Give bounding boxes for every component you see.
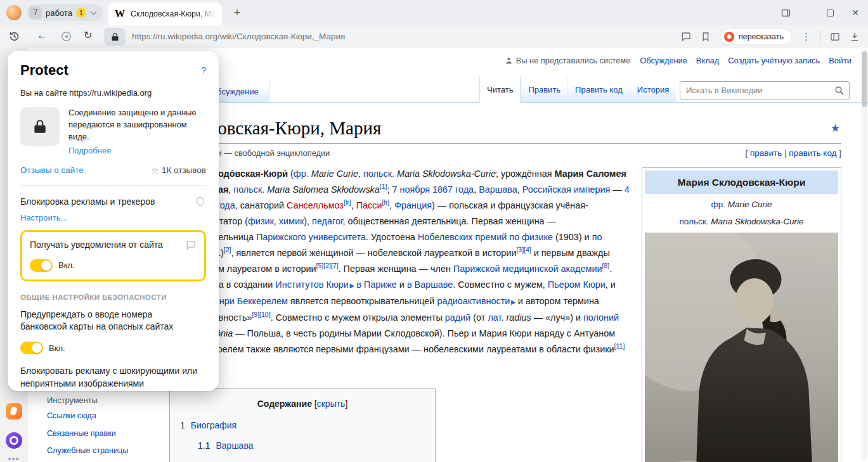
wiki-link[interactable]: Пьером Кюри <box>548 279 606 290</box>
protect-help-link[interactable]: ? <box>201 65 206 75</box>
personal-link[interactable]: Обсуждение <box>640 56 687 65</box>
citation-ref[interactable]: [9][10] <box>252 311 270 318</box>
wiki-link[interactable]: Российская империя <box>522 184 611 195</box>
forward-button[interactable] <box>60 30 72 42</box>
wiki-redlink[interactable]: Пасси <box>356 200 382 210</box>
wiki-link[interactable]: польск. <box>233 184 264 195</box>
wiki-link[interactable]: фр. <box>294 169 309 179</box>
wiki-view-tab[interactable]: Править код <box>567 77 630 102</box>
history-icon[interactable] <box>8 30 20 42</box>
wiki-link[interactable]: в Париже <box>356 279 397 290</box>
toolbar-right-cluster: пересказать ⋮ <box>680 25 860 48</box>
wiki-link[interactable]: физик <box>248 216 274 226</box>
tab-bar: 7 работа 1 W Склодовская-Кюри, Ма + ✕ <box>0 0 868 25</box>
summarize-button[interactable]: пересказать <box>720 29 792 45</box>
wiki-link[interactable]: радиоактивности <box>437 296 510 306</box>
wiki-view-tab[interactable]: История <box>630 77 676 102</box>
security-settings-header: ОБЩИЕ НАСТРОЙКИ БЕЗОПАСНОСТИ <box>20 293 206 301</box>
search-input[interactable] <box>686 86 830 95</box>
personal-link[interactable]: Создать учётную запись <box>728 56 820 65</box>
citation-ref[interactable]: [5][2][7] <box>316 262 339 269</box>
protect-title: Protect <box>20 62 68 79</box>
wiki-view-tab[interactable]: Читать <box>479 77 521 103</box>
sidebar-service-icon[interactable] <box>6 403 22 420</box>
card-warning-toggle[interactable] <box>20 342 43 354</box>
page-scrollbar[interactable] <box>862 49 867 461</box>
personal-link[interactable]: Вклад <box>696 56 719 65</box>
toc-item[interactable]: 1Биография <box>180 418 425 433</box>
text-run: — <box>610 184 624 195</box>
wiki-link[interactable]: Варшава <box>479 184 517 195</box>
all-services-icon[interactable]: ••• <box>0 455 28 462</box>
wiki-link[interactable]: Парижской медицинской академии <box>453 264 602 274</box>
back-button[interactable]: ← <box>37 29 48 42</box>
site-security-lock-button[interactable] <box>104 28 126 46</box>
wiki-link[interactable]: химик <box>279 216 304 226</box>
wiki-redlink[interactable]: Санселльмоз <box>287 200 344 210</box>
wiki-link[interactable]: Институтов Кюри <box>275 279 348 290</box>
notification-bubble-icon <box>185 240 197 251</box>
wiki-link[interactable]: радий <box>445 312 470 323</box>
citation-ref[interactable]: [8] <box>602 262 609 269</box>
wiki-link[interactable]: польск. <box>363 169 394 179</box>
separator: | <box>782 148 789 158</box>
more-menu-button[interactable]: ⋮ <box>800 31 812 42</box>
address-toolbar: ← ↻ https://ru.wikipedia.org/wiki/Склодо… <box>0 25 868 48</box>
wiki-link[interactable]: полоний <box>583 312 619 323</box>
text-run: , <box>389 200 394 210</box>
edit-link[interactable]: править код <box>789 148 836 158</box>
active-tab[interactable]: W Склодовская-Кюри, Ма <box>108 3 222 25</box>
text-run: , <box>274 216 279 226</box>
interlang-ref[interactable]: [fr] <box>382 199 389 206</box>
text-run: ), <box>304 216 312 226</box>
bookmark-icon[interactable] <box>700 31 711 42</box>
wiki-link[interactable]: 7 ноября <box>392 184 430 195</box>
text-run: (1903) и <box>553 232 592 242</box>
wiki-view-tab[interactable]: Править <box>521 77 567 102</box>
comments-icon[interactable] <box>680 31 692 42</box>
wiki-link[interactable]: педагог <box>312 216 342 226</box>
notifications-toggle[interactable] <box>30 259 53 272</box>
citation-ref[interactable]: [1] <box>380 183 387 190</box>
article-body: Мария Склодовская-Кюри фр. Marie Curie п… <box>169 166 841 462</box>
wiki-link[interactable]: Парижского университета <box>256 232 366 242</box>
profile-avatar[interactable] <box>6 5 22 20</box>
interlang-ref[interactable]: [fr] <box>344 199 351 206</box>
details-link[interactable]: Подробнее <box>68 146 203 155</box>
text-italic: radius <box>503 312 531 323</box>
toc-hide-link[interactable]: скрыть <box>317 399 346 409</box>
watchlist-star-icon[interactable]: ★ <box>831 122 840 135</box>
refresh-button[interactable]: ↻ <box>84 29 92 41</box>
alice-assistant-icon[interactable] <box>6 432 22 449</box>
sidebar-tool-link[interactable]: Ссылки сюда <box>47 410 128 423</box>
tab-group[interactable]: 7 работа 1 <box>27 4 103 21</box>
site-reviews-link[interactable]: Отзывы о сайте <box>20 165 84 175</box>
configure-link[interactable]: Настроить... <box>20 213 206 222</box>
citation-ref[interactable]: [3][4] <box>516 246 531 253</box>
url-text[interactable]: https://ru.wikipedia.org/wiki/Склодовска… <box>132 32 345 41</box>
wiki-link[interactable]: 1867 года <box>432 184 474 195</box>
tabs-panel-icon[interactable] <box>829 31 841 42</box>
edit-link[interactable]: править <box>750 148 782 158</box>
wiki-link[interactable]: в Варшаве <box>407 279 453 290</box>
sidebar-tool-link[interactable]: Служебные страницы <box>47 445 128 458</box>
chevron-down-icon[interactable] <box>90 9 96 15</box>
toc-number: 1 <box>180 420 185 430</box>
search-icon[interactable] <box>834 85 845 96</box>
personal-link[interactable]: Войти <box>829 56 852 65</box>
scrollbar-thumb[interactable] <box>862 51 867 107</box>
wiki-link[interactable]: Франция <box>394 200 432 210</box>
toc-item[interactable]: 1.1Варшава <box>198 438 425 454</box>
downloads-icon[interactable] <box>849 31 860 42</box>
wiki-link[interactable]: лат. <box>488 312 503 323</box>
maximize-button[interactable] <box>827 10 834 16</box>
text-run: ( <box>288 169 294 179</box>
side-panel-icon[interactable] <box>781 8 791 18</box>
reviews-count-link[interactable]: ☆ 1К отзывов <box>151 165 206 175</box>
new-tab-button[interactable]: + <box>230 5 245 20</box>
citation-ref[interactable]: [2] <box>224 246 231 253</box>
sidebar-tool-link[interactable]: Связанные правки <box>47 428 128 440</box>
wiki-search-box[interactable] <box>680 81 850 99</box>
close-window-button[interactable]: ✕ <box>852 8 859 18</box>
wiki-link[interactable]: Нобелевских премий по физике <box>418 232 553 242</box>
